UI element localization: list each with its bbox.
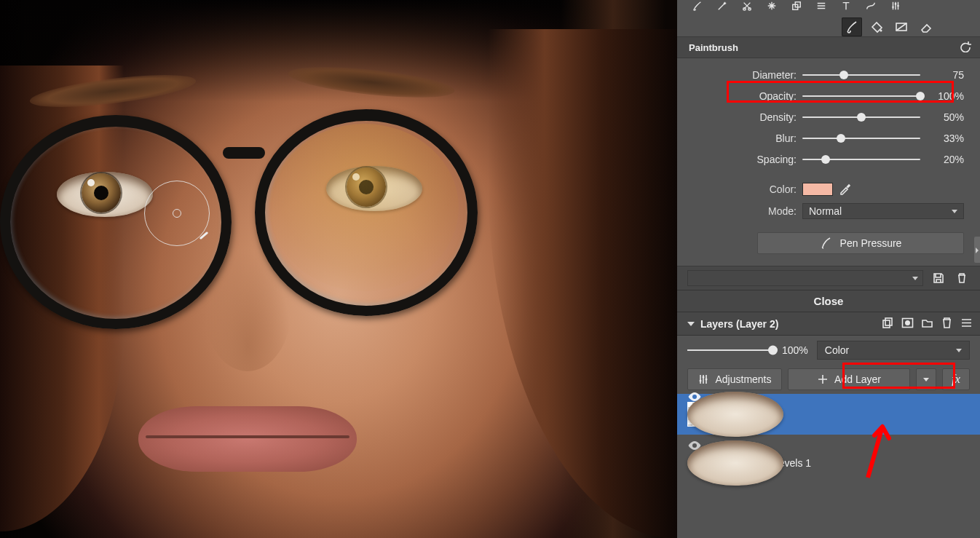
layer-row-levels1[interactable]: Levels 1 [677,445,980,481]
pen-pressure-button[interactable]: Pen Pressure [757,232,964,254]
adjustments-button[interactable]: Adjustments [687,368,782,390]
spacing-label: Spacing: [687,154,797,165]
density-slider[interactable]: Density: 50% [687,106,964,127]
opacity-slider[interactable]: Opacity: 100% [687,85,964,106]
photo-placeholder [0,0,677,538]
blend-mode-select[interactable]: Color [817,341,970,360]
adjust-icon[interactable] [890,1,901,13]
density-value: 50% [929,111,964,123]
paintbrush-header: Paintbrush [677,36,980,58]
canvas-area[interactable] [0,0,677,538]
svg-point-17 [692,443,697,448]
mode-row: Mode: Normal [677,200,980,222]
adjustments-label: Adjustments [715,373,771,385]
cut-icon[interactable] [741,1,753,13]
text-icon[interactable] [840,1,852,13]
opacity-label: Opacity: [687,90,797,102]
chevron-down-icon [952,210,957,213]
add-layer-menu-button[interactable] [916,368,936,390]
diameter-label: Diameter: [687,69,797,81]
svg-point-13 [700,380,702,382]
svg-point-4 [892,6,894,8]
mode-label: Mode: [687,205,797,217]
chevron-down-icon [956,349,962,352]
color-label: Color: [687,183,797,195]
reset-icon[interactable] [960,41,971,55]
paintbrush-title: Paintbrush [689,42,738,53]
save-preset-icon[interactable] [930,270,947,286]
visibility-icon[interactable] [687,440,783,486]
chevron-down-icon [912,277,918,280]
diameter-value: 75 [929,69,964,81]
preset-bar [677,266,980,290]
mode-value: Normal [809,205,842,217]
color-swatch[interactable] [802,183,833,196]
layer-opacity-slider[interactable] [687,349,773,351]
svg-rect-9 [883,320,890,328]
layer-row-layer2[interactable]: Layer 2 [677,394,980,435]
pen-pressure-label: Pen Pressure [840,237,902,249]
tool-icons-row [677,0,980,13]
density-label: Density: [687,111,797,123]
add-layer-label: Add Layer [834,373,881,385]
mask-icon[interactable] [901,317,914,331]
visibility-icon[interactable] [687,392,783,437]
shapes-icon[interactable] [791,1,802,13]
svg-point-14 [703,376,705,379]
svg-point-12 [905,320,910,325]
svg-point-7 [880,30,882,32]
delete-preset-icon[interactable] [954,270,970,286]
spacing-slider[interactable]: Spacing: 20% [687,149,964,170]
duplicate-layer-icon[interactable] [882,317,894,331]
blend-mode-value: Color [825,344,849,356]
svg-point-16 [692,395,697,399]
lines-icon[interactable] [815,1,827,13]
layers-opacity-row: 100% Color [677,336,980,365]
svg-rect-10 [885,318,892,325]
preset-select[interactable] [687,270,923,286]
brush-icon[interactable] [692,1,703,13]
bucket-icon[interactable] [866,17,887,36]
curve-icon[interactable] [865,1,877,13]
layer-buttons: Adjustments Add Layer fx [677,365,980,394]
svg-point-5 [895,3,897,5]
spacing-value: 20% [929,154,964,165]
blur-value: 33% [929,132,964,144]
layers-title: Layers (Layer 2) [700,318,778,330]
color-row: Color: [677,178,980,200]
layer-opacity-value: 100% [782,344,808,356]
eyedropper-icon[interactable] [839,182,852,197]
svg-point-6 [897,5,899,7]
close-label: Close [814,295,844,307]
opacity-value: 100% [929,90,964,102]
layer-list: Layer 2 Levels 1 [677,394,980,538]
blur-label: Blur: [687,132,797,144]
layers-header: Layers (Layer 2) [677,312,980,336]
svg-point-15 [706,379,708,381]
panel-expander[interactable] [974,237,980,263]
add-layer-button[interactable]: Add Layer [788,368,910,390]
folder-icon[interactable] [921,317,933,331]
fx-label: fx [952,373,960,386]
blur-slider[interactable]: Blur: 33% [687,127,964,149]
wand-icon[interactable] [716,1,728,13]
paintbrush-sliders: Diameter: 75 Opacity: 100% Density: 50% … [677,58,980,173]
diameter-slider[interactable]: Diameter: 75 [687,64,964,85]
side-panel: Paintbrush Diameter: 75 Opacity: 100% De… [677,0,980,538]
sparkle-icon[interactable] [766,1,778,13]
chevron-down-icon [923,378,929,381]
brush-cursor-center [173,209,181,218]
menu-icon[interactable] [960,317,973,331]
fx-button[interactable]: fx [942,368,970,390]
paint-icon[interactable] [842,17,862,36]
gradient-icon[interactable] [891,17,912,36]
close-button[interactable]: Close [677,290,980,312]
eraser-icon[interactable] [916,17,936,36]
tool-subicons-row [677,13,980,36]
mode-select[interactable]: Normal [802,203,964,219]
chevron-down-icon[interactable] [687,322,695,326]
trash-icon[interactable] [941,317,953,331]
